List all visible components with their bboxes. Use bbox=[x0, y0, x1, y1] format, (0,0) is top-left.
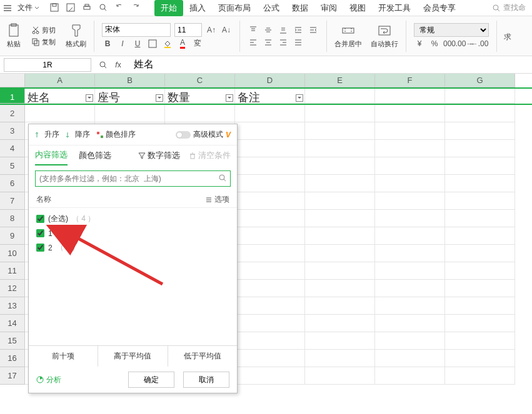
cell[interactable] bbox=[445, 245, 515, 262]
cell[interactable] bbox=[305, 245, 375, 262]
hamburger-icon[interactable] bbox=[3, 3, 13, 13]
cell[interactable] bbox=[445, 262, 515, 280]
cell[interactable] bbox=[375, 140, 445, 157]
cell[interactable] bbox=[375, 245, 445, 262]
search-command[interactable]: 查找命 bbox=[488, 2, 529, 13]
cell[interactable] bbox=[235, 280, 305, 297]
cell[interactable] bbox=[445, 280, 515, 297]
color-sort-button[interactable]: 颜色排序 bbox=[96, 129, 136, 140]
phonetic-icon[interactable]: 変 bbox=[192, 38, 203, 49]
cell[interactable] bbox=[375, 157, 445, 175]
cell[interactable] bbox=[445, 350, 515, 367]
row-header-8[interactable]: 8 bbox=[0, 210, 25, 227]
align-left-icon[interactable] bbox=[248, 37, 259, 48]
cell[interactable] bbox=[375, 367, 445, 385]
undo-icon[interactable] bbox=[114, 2, 126, 14]
row-header-16[interactable]: 16 bbox=[0, 350, 25, 367]
format-painter-button[interactable]: 格式刷 bbox=[63, 22, 89, 50]
row-header-3[interactable]: 3 bbox=[0, 122, 25, 140]
filter-dropdown-d[interactable] bbox=[296, 94, 303, 102]
cell[interactable] bbox=[445, 315, 515, 332]
cell[interactable] bbox=[445, 122, 515, 140]
zoom-icon[interactable] bbox=[98, 59, 109, 71]
align-bottom-icon[interactable] bbox=[278, 24, 289, 36]
search-icon[interactable] bbox=[218, 174, 227, 184]
cell[interactable] bbox=[235, 140, 305, 157]
cell[interactable] bbox=[235, 262, 305, 280]
cell[interactable] bbox=[235, 245, 305, 262]
bold-icon[interactable]: B bbox=[102, 38, 113, 49]
indent-left-icon[interactable] bbox=[293, 24, 304, 36]
merge-button[interactable]: 合并居中 bbox=[332, 22, 364, 50]
decrease-font-icon[interactable]: A↓ bbox=[221, 24, 232, 36]
cell-d1[interactable]: 备注 bbox=[235, 89, 305, 104]
row-header-12[interactable]: 12 bbox=[0, 280, 25, 297]
cell[interactable] bbox=[305, 332, 375, 350]
cell[interactable] bbox=[235, 210, 305, 227]
fx-icon[interactable]: fx bbox=[113, 59, 124, 71]
font-name-select[interactable] bbox=[102, 23, 171, 37]
filter-dropdown-a[interactable] bbox=[86, 94, 93, 102]
cell[interactable] bbox=[235, 105, 305, 122]
print-icon[interactable] bbox=[82, 2, 93, 14]
ok-button[interactable]: 确定 bbox=[128, 372, 174, 388]
cell[interactable] bbox=[25, 105, 95, 122]
cell[interactable] bbox=[165, 105, 235, 122]
cell[interactable] bbox=[375, 210, 445, 227]
cell[interactable] bbox=[235, 332, 305, 350]
cell[interactable] bbox=[305, 350, 375, 367]
number-filter-link[interactable]: 数字筛选 bbox=[138, 150, 180, 161]
cell[interactable] bbox=[445, 192, 515, 210]
cell[interactable] bbox=[375, 175, 445, 192]
currency-icon[interactable]: ¥ bbox=[414, 38, 425, 49]
below-avg-button[interactable]: 低于平均值 bbox=[168, 346, 237, 367]
row-header-11[interactable]: 11 bbox=[0, 262, 25, 280]
cell[interactable] bbox=[235, 157, 305, 175]
cell[interactable] bbox=[375, 332, 445, 350]
border-icon[interactable] bbox=[147, 38, 158, 49]
row-header-17[interactable]: 17 bbox=[0, 367, 25, 385]
row-header-2[interactable]: 2 bbox=[0, 105, 25, 122]
cell[interactable] bbox=[235, 315, 305, 332]
select-all-corner[interactable] bbox=[0, 74, 25, 87]
cell[interactable] bbox=[375, 297, 445, 315]
cell[interactable] bbox=[375, 280, 445, 297]
cell[interactable] bbox=[305, 192, 375, 210]
filter-item-all[interactable]: (全选) （ 4 ） bbox=[36, 212, 229, 226]
col-header-b[interactable]: B bbox=[95, 74, 165, 87]
italic-icon[interactable]: I bbox=[117, 38, 128, 49]
cell[interactable] bbox=[445, 227, 515, 245]
formula-input[interactable] bbox=[130, 58, 532, 72]
cell[interactable] bbox=[305, 262, 375, 280]
cell-c1[interactable]: 数量 bbox=[165, 89, 235, 104]
name-box[interactable] bbox=[4, 58, 91, 72]
tab-dev[interactable]: 开发工具 bbox=[372, 0, 417, 16]
paste-button[interactable]: 粘贴 bbox=[4, 22, 24, 50]
increase-font-icon[interactable]: A↑ bbox=[206, 24, 217, 36]
filter-item-2[interactable]: 2 （ 2 ） bbox=[36, 240, 229, 255]
filter-item-1[interactable]: 1 （ 2 ） bbox=[36, 226, 229, 240]
tab-start[interactable]: 开始 bbox=[154, 0, 183, 16]
cell[interactable] bbox=[445, 210, 515, 227]
cell[interactable] bbox=[445, 105, 515, 122]
clear-filter-link[interactable]: 清空条件 bbox=[189, 150, 231, 161]
top10-button[interactable]: 前十项 bbox=[29, 346, 98, 367]
tab-formula[interactable]: 公式 bbox=[257, 0, 286, 16]
cut-button[interactable]: 剪切 bbox=[30, 25, 57, 36]
cell[interactable] bbox=[235, 350, 305, 367]
save-as-icon[interactable] bbox=[66, 2, 77, 14]
wrap-button[interactable]: 自动换行 bbox=[368, 22, 401, 50]
checkbox-2[interactable] bbox=[36, 244, 44, 252]
row-header-10[interactable]: 10 bbox=[0, 245, 25, 262]
tab-color-filter[interactable]: 颜色筛选 bbox=[79, 146, 111, 165]
cell[interactable] bbox=[445, 332, 515, 350]
cell[interactable] bbox=[305, 157, 375, 175]
cell[interactable] bbox=[305, 175, 375, 192]
col-header-c[interactable]: C bbox=[165, 74, 235, 87]
row-header-14[interactable]: 14 bbox=[0, 315, 25, 332]
underline-icon[interactable]: U bbox=[132, 38, 143, 49]
cell[interactable] bbox=[375, 315, 445, 332]
tab-insert[interactable]: 插入 bbox=[183, 0, 212, 16]
cell[interactable] bbox=[305, 297, 375, 315]
increase-decimal-icon[interactable]: .00→ bbox=[459, 38, 470, 49]
